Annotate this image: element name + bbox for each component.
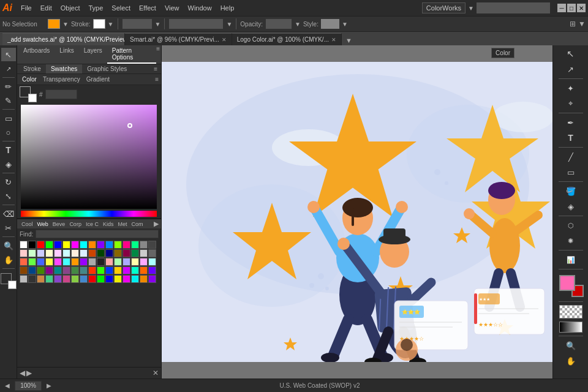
panel-close-btn[interactable]: ✕ xyxy=(153,369,159,377)
variable-input[interactable] xyxy=(168,18,224,29)
swatch-cell[interactable] xyxy=(54,258,62,266)
tab-1[interactable]: Smart.ai* @ 96% (CMYK/Previ... ✕ xyxy=(125,33,232,45)
rp-lasso-tool[interactable]: ⌖ xyxy=(556,96,586,111)
swatch-cell[interactable] xyxy=(71,258,79,266)
swatch-cell[interactable] xyxy=(80,266,88,274)
swatch-cell[interactable] xyxy=(131,241,139,249)
zoom-out-button[interactable]: ◀ xyxy=(5,382,10,389)
stab-stroke[interactable]: Stroke xyxy=(18,64,46,74)
rp-wand-tool[interactable]: ✦ xyxy=(556,81,586,96)
zoom-in-button[interactable]: ▶ xyxy=(47,382,51,389)
swatch-cell[interactable] xyxy=(80,249,88,257)
rp-blend-tool[interactable]: ⬡ xyxy=(556,218,586,233)
swatch-cell[interactable] xyxy=(62,249,70,257)
swatch-cell[interactable] xyxy=(88,249,96,257)
swatch-cell[interactable] xyxy=(114,266,122,274)
rp-pen-tool[interactable]: ✒ xyxy=(556,115,586,130)
sw-tab-ice[interactable]: Ice C xyxy=(84,221,100,228)
swatch-cell[interactable] xyxy=(97,275,105,283)
swatch-cell[interactable] xyxy=(140,258,148,266)
ellipse-tool[interactable]: ○ xyxy=(1,126,16,139)
rp-hand-tool[interactable]: ✋ xyxy=(556,353,586,368)
rp-line-tool[interactable]: ╱ xyxy=(556,149,586,164)
rp-type-tool[interactable]: T xyxy=(556,130,586,145)
swatch-cell[interactable] xyxy=(131,266,139,274)
brush-tool[interactable]: ✎ xyxy=(1,94,16,107)
swatch-cell[interactable] xyxy=(28,241,36,249)
swatch-cell[interactable] xyxy=(114,249,122,257)
swatch-cell[interactable] xyxy=(114,258,122,266)
swatch-cell[interactable] xyxy=(148,275,156,283)
opacity-input[interactable]: 100% xyxy=(265,18,292,29)
swatch-cell[interactable] xyxy=(123,258,130,266)
menu-help[interactable]: Help xyxy=(217,3,238,13)
menu-file[interactable]: File xyxy=(17,3,36,13)
stroke-width-input[interactable] xyxy=(122,18,153,29)
select-tool[interactable]: ↖ xyxy=(1,48,16,61)
swatch-cell[interactable] xyxy=(45,266,53,274)
gradient-tool[interactable]: ◈ xyxy=(1,157,16,171)
swatch-cell[interactable] xyxy=(37,249,45,257)
ctab-transparency[interactable]: Transparency xyxy=(40,75,83,83)
close-button[interactable]: ✕ xyxy=(577,4,586,12)
swatch-cell[interactable] xyxy=(37,266,45,274)
tab-2-close[interactable]: ✕ xyxy=(331,37,336,43)
rp-gradient-swatch[interactable] xyxy=(559,322,582,333)
swatch-cell[interactable] xyxy=(123,249,130,257)
zoom-tool[interactable]: 🔍 xyxy=(1,239,16,252)
color-panel-menu[interactable]: ≡ xyxy=(155,76,159,83)
swatch-cell[interactable] xyxy=(140,249,148,257)
ptab-pattern[interactable]: Pattern Options xyxy=(107,45,156,64)
sw-tab-corp[interactable]: Corp xyxy=(67,221,83,228)
swatch-cell[interactable] xyxy=(20,258,28,266)
panel-prev-btn[interactable]: ◀ xyxy=(20,369,25,377)
swatch-cell[interactable] xyxy=(54,249,62,257)
style-swatch[interactable] xyxy=(321,19,339,29)
swatch-cell[interactable] xyxy=(88,241,96,249)
rect-tool[interactable]: ▭ xyxy=(1,111,16,125)
tab-2[interactable]: Logo Color.ai* @ 100% (CMYK/... ✕ xyxy=(232,33,342,45)
tab-more-button[interactable]: ▼ xyxy=(342,36,356,45)
swatch-cell[interactable] xyxy=(28,249,36,257)
swatch-cell[interactable] xyxy=(45,241,53,249)
swatch-cell[interactable] xyxy=(54,241,62,249)
panel-next-btn[interactable]: ▶ xyxy=(26,369,32,377)
rp-select-tool[interactable]: ↖ xyxy=(556,47,586,61)
stroke-swatch-small[interactable] xyxy=(8,281,17,289)
swatch-cell[interactable] xyxy=(20,275,28,283)
scale-tool[interactable]: ⤡ xyxy=(1,189,16,203)
stroke-color-swatch[interactable] xyxy=(93,19,105,29)
ptab-artboards[interactable]: Artboards xyxy=(18,45,55,64)
sw-tab-com[interactable]: Com xyxy=(129,221,145,228)
swatch-cell[interactable] xyxy=(105,275,113,283)
swatch-cell[interactable] xyxy=(80,258,88,266)
direct-select-tool[interactable]: ↗ xyxy=(1,62,16,75)
swatch-cell[interactable] xyxy=(20,266,28,274)
minimize-button[interactable]: ─ xyxy=(557,4,566,12)
swatch-cell[interactable] xyxy=(71,241,79,249)
rp-gradient-tool[interactable]: ◈ xyxy=(556,199,586,214)
swatch-cell[interactable] xyxy=(105,249,113,257)
canvas-area[interactable]: Color xyxy=(162,45,552,379)
swatch-cell[interactable] xyxy=(20,249,28,257)
find-input[interactable] xyxy=(36,230,159,238)
swatch-cell[interactable] xyxy=(45,249,53,257)
swatch-cell[interactable] xyxy=(37,275,45,283)
swatch-cell[interactable] xyxy=(37,258,45,266)
swatch-cell[interactable] xyxy=(131,275,139,283)
swatch-cell[interactable] xyxy=(28,275,36,283)
color-stroke-indicator[interactable] xyxy=(28,94,37,102)
swatch-cell[interactable] xyxy=(123,275,130,283)
rotate-tool[interactable]: ↻ xyxy=(1,175,16,189)
swatch-cell[interactable] xyxy=(20,241,28,249)
search-input[interactable] xyxy=(477,2,550,13)
rp-zoom-tool[interactable]: 🔍 xyxy=(556,338,586,353)
swatch-cell[interactable] xyxy=(97,249,105,257)
swatch-cell[interactable] xyxy=(114,275,122,283)
swatch-cell[interactable] xyxy=(97,241,105,249)
swatch-cell[interactable] xyxy=(71,275,79,283)
swatch-cell[interactable] xyxy=(71,249,79,257)
swatch-cell[interactable] xyxy=(105,258,113,266)
swatch-cell[interactable] xyxy=(140,275,148,283)
swatch-cell[interactable] xyxy=(148,249,156,257)
